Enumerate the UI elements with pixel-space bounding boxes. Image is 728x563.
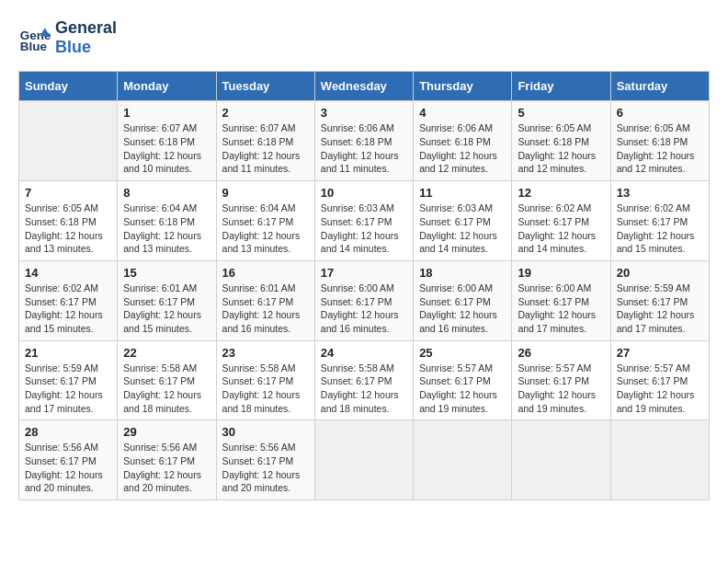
day-cell: 26Sunrise: 5:57 AMSunset: 6:17 PMDayligh… bbox=[512, 340, 610, 420]
day-info: Sunrise: 5:57 AMSunset: 6:17 PMDaylight:… bbox=[617, 362, 703, 416]
logo-general: General bbox=[55, 18, 117, 38]
day-info: Sunrise: 6:01 AMSunset: 6:17 PMDaylight:… bbox=[222, 282, 309, 336]
day-info: Sunrise: 6:01 AMSunset: 6:17 PMDaylight:… bbox=[123, 282, 210, 336]
day-info: Sunrise: 6:05 AMSunset: 6:18 PMDaylight:… bbox=[518, 121, 604, 176]
day-number: 24 bbox=[321, 346, 407, 360]
day-number: 4 bbox=[419, 106, 506, 120]
page-header: General Blue General Blue bbox=[18, 18, 710, 56]
day-cell: 18Sunrise: 6:00 AMSunset: 6:17 PMDayligh… bbox=[414, 260, 512, 340]
day-cell: 23Sunrise: 5:58 AMSunset: 6:17 PMDayligh… bbox=[216, 340, 314, 420]
weekday-header-wednesday: Wednesday bbox=[314, 72, 413, 101]
day-info: Sunrise: 5:57 AMSunset: 6:17 PMDaylight:… bbox=[419, 362, 506, 416]
day-cell: 21Sunrise: 5:59 AMSunset: 6:17 PMDayligh… bbox=[19, 340, 118, 420]
weekday-header-sunday: Sunday bbox=[19, 72, 118, 101]
day-cell: 29Sunrise: 5:56 AMSunset: 6:17 PMDayligh… bbox=[118, 420, 216, 500]
day-cell: 16Sunrise: 6:01 AMSunset: 6:17 PMDayligh… bbox=[216, 260, 314, 340]
day-cell: 1Sunrise: 6:07 AMSunset: 6:18 PMDaylight… bbox=[118, 101, 216, 181]
day-number: 19 bbox=[518, 266, 604, 280]
day-cell: 17Sunrise: 6:00 AMSunset: 6:17 PMDayligh… bbox=[314, 260, 413, 340]
day-info: Sunrise: 6:05 AMSunset: 6:18 PMDaylight:… bbox=[25, 201, 111, 256]
day-info: Sunrise: 6:04 AMSunset: 6:17 PMDaylight:… bbox=[222, 201, 309, 256]
day-number: 12 bbox=[518, 186, 604, 200]
day-info: Sunrise: 6:00 AMSunset: 6:17 PMDaylight:… bbox=[321, 282, 407, 336]
day-info: Sunrise: 5:56 AMSunset: 6:17 PMDaylight:… bbox=[123, 441, 210, 495]
day-cell: 10Sunrise: 6:03 AMSunset: 6:17 PMDayligh… bbox=[314, 181, 413, 261]
weekday-header-monday: Monday bbox=[118, 72, 216, 101]
day-cell: 24Sunrise: 5:58 AMSunset: 6:17 PMDayligh… bbox=[314, 340, 413, 420]
day-number: 26 bbox=[518, 346, 604, 360]
weekday-header-row: SundayMondayTuesdayWednesdayThursdayFrid… bbox=[19, 72, 710, 101]
weekday-header-tuesday: Tuesday bbox=[216, 72, 314, 101]
day-number: 28 bbox=[25, 425, 111, 439]
weekday-header-thursday: Thursday bbox=[414, 72, 512, 101]
day-number: 1 bbox=[123, 106, 210, 120]
day-cell bbox=[314, 420, 413, 500]
day-info: Sunrise: 5:59 AMSunset: 6:17 PMDaylight:… bbox=[25, 362, 111, 416]
svg-text:Blue: Blue bbox=[20, 40, 48, 53]
day-cell: 19Sunrise: 6:00 AMSunset: 6:17 PMDayligh… bbox=[512, 260, 610, 340]
day-cell: 9Sunrise: 6:04 AMSunset: 6:17 PMDaylight… bbox=[216, 181, 314, 261]
day-cell: 12Sunrise: 6:02 AMSunset: 6:17 PMDayligh… bbox=[512, 181, 610, 261]
day-number: 25 bbox=[419, 346, 506, 360]
day-number: 6 bbox=[617, 106, 703, 120]
day-number: 9 bbox=[222, 186, 309, 200]
day-number: 29 bbox=[123, 425, 210, 439]
day-info: Sunrise: 6:05 AMSunset: 6:18 PMDaylight:… bbox=[617, 121, 703, 176]
day-number: 16 bbox=[222, 266, 309, 280]
day-number: 13 bbox=[617, 186, 703, 200]
weekday-header-friday: Friday bbox=[512, 72, 610, 101]
day-number: 15 bbox=[123, 266, 210, 280]
day-number: 5 bbox=[518, 106, 604, 120]
day-cell: 6Sunrise: 6:05 AMSunset: 6:18 PMDaylight… bbox=[610, 101, 709, 181]
day-number: 27 bbox=[617, 346, 703, 360]
day-cell: 11Sunrise: 6:03 AMSunset: 6:17 PMDayligh… bbox=[414, 181, 512, 261]
day-cell: 15Sunrise: 6:01 AMSunset: 6:17 PMDayligh… bbox=[118, 260, 216, 340]
day-number: 2 bbox=[222, 106, 309, 120]
week-row-3: 21Sunrise: 5:59 AMSunset: 6:17 PMDayligh… bbox=[19, 340, 710, 420]
day-cell bbox=[19, 101, 118, 181]
day-info: Sunrise: 6:03 AMSunset: 6:17 PMDaylight:… bbox=[321, 201, 407, 256]
day-info: Sunrise: 5:58 AMSunset: 6:17 PMDaylight:… bbox=[222, 362, 309, 416]
day-cell: 13Sunrise: 6:02 AMSunset: 6:17 PMDayligh… bbox=[610, 181, 709, 261]
day-cell: 25Sunrise: 5:57 AMSunset: 6:17 PMDayligh… bbox=[414, 340, 512, 420]
day-info: Sunrise: 6:07 AMSunset: 6:18 PMDaylight:… bbox=[123, 121, 210, 176]
day-cell: 4Sunrise: 6:06 AMSunset: 6:18 PMDaylight… bbox=[414, 101, 512, 181]
weekday-header-saturday: Saturday bbox=[610, 72, 709, 101]
day-number: 10 bbox=[321, 186, 407, 200]
day-number: 22 bbox=[123, 346, 210, 360]
day-cell: 14Sunrise: 6:02 AMSunset: 6:17 PMDayligh… bbox=[19, 260, 118, 340]
day-number: 11 bbox=[419, 186, 506, 200]
day-info: Sunrise: 6:07 AMSunset: 6:18 PMDaylight:… bbox=[222, 121, 309, 176]
day-number: 17 bbox=[321, 266, 407, 280]
week-row-4: 28Sunrise: 5:56 AMSunset: 6:17 PMDayligh… bbox=[19, 420, 710, 500]
week-row-1: 7Sunrise: 6:05 AMSunset: 6:18 PMDaylight… bbox=[19, 181, 710, 261]
day-info: Sunrise: 6:06 AMSunset: 6:18 PMDaylight:… bbox=[419, 121, 506, 176]
day-cell: 8Sunrise: 6:04 AMSunset: 6:18 PMDaylight… bbox=[118, 181, 216, 261]
logo: General Blue General Blue bbox=[18, 18, 117, 56]
day-info: Sunrise: 5:56 AMSunset: 6:17 PMDaylight:… bbox=[25, 441, 111, 495]
day-number: 20 bbox=[617, 266, 703, 280]
day-number: 30 bbox=[222, 425, 309, 439]
day-cell: 30Sunrise: 5:56 AMSunset: 6:17 PMDayligh… bbox=[216, 420, 314, 500]
day-info: Sunrise: 6:02 AMSunset: 6:17 PMDaylight:… bbox=[617, 201, 703, 256]
day-info: Sunrise: 5:59 AMSunset: 6:17 PMDaylight:… bbox=[617, 282, 703, 336]
day-cell: 3Sunrise: 6:06 AMSunset: 6:18 PMDaylight… bbox=[314, 101, 413, 181]
day-info: Sunrise: 6:04 AMSunset: 6:18 PMDaylight:… bbox=[123, 201, 210, 256]
day-cell: 22Sunrise: 5:58 AMSunset: 6:17 PMDayligh… bbox=[118, 340, 216, 420]
day-number: 7 bbox=[25, 186, 111, 200]
day-info: Sunrise: 6:00 AMSunset: 6:17 PMDaylight:… bbox=[518, 282, 604, 336]
day-cell bbox=[610, 420, 709, 500]
day-info: Sunrise: 5:57 AMSunset: 6:17 PMDaylight:… bbox=[518, 362, 604, 416]
logo-icon: General Blue bbox=[18, 21, 51, 54]
week-row-0: 1Sunrise: 6:07 AMSunset: 6:18 PMDaylight… bbox=[19, 101, 710, 181]
day-cell: 2Sunrise: 6:07 AMSunset: 6:18 PMDaylight… bbox=[216, 101, 314, 181]
day-info: Sunrise: 5:56 AMSunset: 6:17 PMDaylight:… bbox=[222, 441, 309, 495]
day-cell bbox=[414, 420, 512, 500]
day-cell: 5Sunrise: 6:05 AMSunset: 6:18 PMDaylight… bbox=[512, 101, 610, 181]
day-info: Sunrise: 5:58 AMSunset: 6:17 PMDaylight:… bbox=[321, 362, 407, 416]
day-number: 14 bbox=[25, 266, 111, 280]
day-info: Sunrise: 6:02 AMSunset: 6:17 PMDaylight:… bbox=[518, 201, 604, 256]
day-cell: 27Sunrise: 5:57 AMSunset: 6:17 PMDayligh… bbox=[610, 340, 709, 420]
day-cell: 28Sunrise: 5:56 AMSunset: 6:17 PMDayligh… bbox=[19, 420, 118, 500]
day-number: 23 bbox=[222, 346, 309, 360]
